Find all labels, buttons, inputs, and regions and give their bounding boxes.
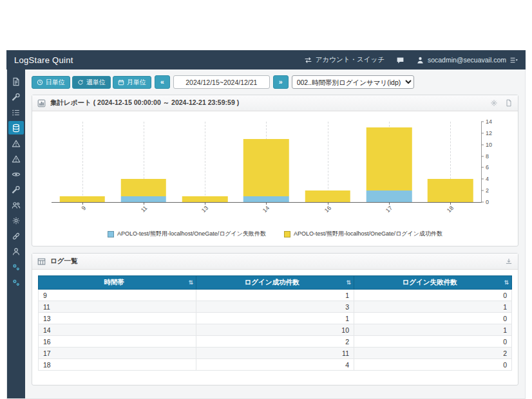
switch-icon <box>304 56 312 64</box>
x-axis-label: 16 <box>323 205 332 214</box>
prev-period-button[interactable]: « <box>155 75 170 89</box>
sort-icon[interactable]: ⇅ <box>504 279 509 286</box>
sort-icon[interactable]: ⇅ <box>188 279 193 286</box>
x-axis-label: 9 <box>80 205 87 212</box>
column-header-label: 時間帯 <box>104 278 124 286</box>
legend-label: APOLO-test/熊野用-localhost/OneGate/ログイン成功件… <box>294 230 442 238</box>
bar-segment <box>121 196 167 202</box>
unit-button-group: 日単位週単位月単位 <box>32 76 151 89</box>
bar-segment <box>428 179 473 202</box>
bar-13[interactable] <box>182 196 228 202</box>
sidebar-item-3-database-icon[interactable] <box>8 121 24 135</box>
sidebar-item-1-wrench-icon[interactable] <box>8 90 24 104</box>
sidebar-item-11-user-icon[interactable] <box>8 245 24 258</box>
toolbar: 日単位週単位月単位 « » 002..時間帯別ログインサマリ(idp) <box>32 75 518 89</box>
chat-icon[interactable] <box>396 56 404 64</box>
sidebar-item-4-alert-icon[interactable] <box>8 136 24 150</box>
account-switch-label: アカウント・スイッチ <box>316 55 385 64</box>
y-tick <box>481 133 484 133</box>
y-tick <box>481 156 484 156</box>
table-row: 910 <box>39 290 512 301</box>
app-window: LogStare Quint アカウント・スイッチ socadmin@secua… <box>6 50 526 399</box>
gridline <box>82 122 83 202</box>
gridline <box>205 122 205 202</box>
x-axis-label: 18 <box>446 205 455 214</box>
y-axis-label: 14 <box>486 118 492 125</box>
date-range-input[interactable] <box>173 75 270 89</box>
account-switch-button[interactable]: アカウント・スイッチ <box>304 55 385 64</box>
sidebar-item-7-wrench-icon[interactable] <box>8 183 24 196</box>
table-row: 1310 <box>39 313 512 324</box>
bar-18[interactable] <box>428 179 473 202</box>
bar-11[interactable] <box>121 179 167 202</box>
sidebar-item-12-gears-icon[interactable] <box>8 260 24 274</box>
bar-chart-icon <box>37 99 46 107</box>
column-header-1[interactable]: ログイン成功件数⇅ <box>196 276 354 290</box>
sort-icon[interactable]: ⇅ <box>346 279 351 286</box>
unit-button-label: 週単位 <box>86 79 106 86</box>
x-axis-label: 11 <box>139 205 148 214</box>
column-header-2[interactable]: ログイン失敗件数⇅ <box>354 276 512 290</box>
legend-item: APOLO-test/熊野用-localhost/OneGate/ログイン失敗件… <box>108 230 266 238</box>
chart-slot-16: 16 <box>297 122 358 202</box>
y-axis-label: 8 <box>486 153 489 160</box>
legend-swatch <box>284 231 290 237</box>
export-file-icon[interactable] <box>505 99 513 107</box>
cell-success-count: 11 <box>196 348 354 359</box>
menu-caret-icon <box>509 56 518 64</box>
clock-icon <box>37 79 43 86</box>
cell-failure-count: 2 <box>354 348 512 359</box>
chart-slot-18: 18 <box>420 122 481 202</box>
y-axis-label: 0 <box>486 199 489 205</box>
calendar-icon <box>118 79 124 86</box>
user-menu[interactable]: socadmin@secuavail.com <box>416 56 518 64</box>
table-row: 17112 <box>39 348 512 359</box>
log-table: 時間帯⇅ログイン成功件数⇅ログイン失敗件数⇅ 91011311310141011… <box>38 275 512 371</box>
cell-hour: 18 <box>39 359 196 371</box>
y-axis-label: 10 <box>486 142 492 148</box>
sidebar-item-0-file-text-icon[interactable] <box>8 75 24 88</box>
cell-hour: 9 <box>39 290 196 301</box>
sidebar-item-13-gears-icon[interactable] <box>8 275 24 289</box>
report-select[interactable]: 002..時間帯別ログインサマリ(idp) <box>292 75 414 89</box>
settings-gear-icon[interactable] <box>490 99 498 107</box>
x-tick <box>266 202 267 205</box>
unit-button-1[interactable]: 週単位 <box>72 76 111 89</box>
chart-slot-11: 11 <box>113 122 174 202</box>
bar-16[interactable] <box>305 190 351 202</box>
sidebar-item-8-users-icon[interactable] <box>8 198 24 212</box>
cell-failure-count: 1 <box>354 324 512 336</box>
sidebar-item-9-gear-icon[interactable] <box>8 214 24 227</box>
sidebar-item-6-eye-icon[interactable] <box>8 167 24 181</box>
sidebar-item-5-alert-icon[interactable] <box>8 152 24 165</box>
cell-failure-count: 0 <box>354 359 512 371</box>
bar-17[interactable] <box>366 127 412 202</box>
bar-segment <box>243 139 289 196</box>
bar-14[interactable] <box>243 139 289 202</box>
report-panel-actions <box>490 99 513 107</box>
y-tick <box>481 202 484 203</box>
table-icon <box>37 257 46 266</box>
unit-button-2[interactable]: 月単位 <box>113 76 151 89</box>
cell-hour: 11 <box>39 301 196 313</box>
y-tick <box>481 122 484 122</box>
app-body: 日単位週単位月単位 « » 002..時間帯別ログインサマリ(idp) 集計レポ… <box>6 70 526 399</box>
column-header-0[interactable]: 時間帯⇅ <box>39 276 196 290</box>
y-tick <box>481 179 484 180</box>
sidebar-item-2-list-icon[interactable] <box>8 106 24 119</box>
login-summary-chart: 911131416171802468101214 <box>37 116 513 225</box>
column-header-label: ログイン成功件数 <box>245 278 299 286</box>
next-period-button[interactable]: » <box>273 75 289 89</box>
cell-failure-count: 0 <box>354 313 512 324</box>
report-panel-header: 集計レポート ( 2024-12-15 00:00:00 ～ 2024-12-2… <box>32 95 518 111</box>
x-tick <box>450 202 451 205</box>
app-title: LogStare Quint <box>14 55 73 65</box>
sidebar-item-10-link-icon[interactable] <box>8 229 24 243</box>
unit-button-0[interactable]: 日単位 <box>32 76 70 89</box>
refresh-icon <box>77 79 84 86</box>
sidebar <box>7 70 25 398</box>
download-icon[interactable] <box>505 257 513 265</box>
bar-9[interactable] <box>59 196 105 202</box>
cell-hour: 16 <box>39 336 196 348</box>
log-panel-title: ログ一覧 <box>50 257 78 266</box>
